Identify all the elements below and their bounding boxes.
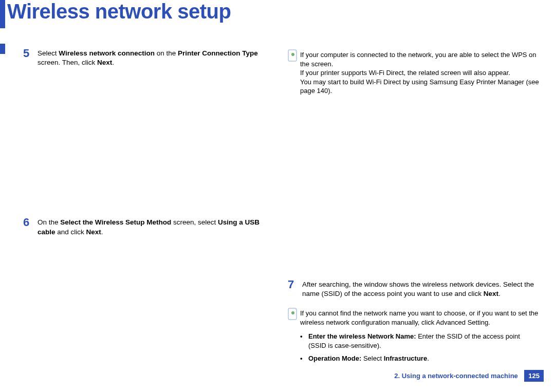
footer-page-number: 125	[524, 370, 544, 382]
bold-text: Printer Connection Type	[178, 49, 258, 57]
text: .	[488, 319, 490, 326]
note-icon	[288, 308, 300, 366]
note-line: If your computer is connected to the net…	[300, 50, 540, 68]
footer-chapter: 2. Using a network-connected machine	[394, 372, 518, 380]
step-7: 7 After searching, the window shows the …	[288, 278, 540, 298]
text: If you cannot find the network name you …	[300, 309, 538, 326]
note-text: If you cannot find the network name you …	[300, 308, 540, 366]
bold-text: Wireless network connection	[59, 49, 155, 57]
page: Wireless network setup 5 Select Wireless…	[0, 0, 555, 392]
bold-text: Operation Mode:	[308, 354, 361, 362]
note-icon	[288, 49, 300, 96]
bold-text: Advanced Setting	[436, 319, 488, 326]
text: .	[112, 59, 114, 66]
text: screen. Then, click	[38, 59, 97, 66]
bold-text: Next	[484, 290, 498, 297]
step-text: On the Select the Wireless Setup Method …	[38, 216, 270, 236]
bullet-item: • Operation Mode: Select Infrastructure.	[300, 354, 540, 363]
step-5: 5 Select Wireless network connection on …	[23, 47, 270, 67]
bold-text: Select the Wireless Setup Method	[60, 218, 171, 226]
text: on the	[155, 49, 178, 57]
step-number: 6	[23, 216, 38, 236]
bullet-mark: •	[300, 332, 308, 350]
bullet-list: • Enter the wireless Network Name: Enter…	[300, 332, 540, 363]
bullet-item: • Enter the wireless Network Name: Enter…	[300, 332, 540, 350]
svg-point-1	[291, 311, 294, 314]
bold-text: Next	[86, 228, 101, 236]
note-line: You may start to build Wi-Fi Direct by u…	[300, 78, 540, 96]
note-text: If your computer is connected to the net…	[300, 49, 540, 96]
right-column: If your computer is connected to the net…	[288, 47, 540, 371]
step-text: After searching, the window shows the wi…	[302, 278, 540, 298]
text: screen, select	[171, 218, 218, 226]
bold-text: Enter the wireless Network Name:	[308, 332, 416, 340]
step-number: 7	[288, 278, 302, 298]
step-number: 5	[23, 47, 38, 67]
step-text: Select Wireless network connection on th…	[38, 47, 270, 67]
note-1: If your computer is connected to the net…	[288, 49, 540, 96]
text: .	[498, 290, 501, 297]
title-bar: Wireless network setup	[0, 0, 555, 28]
text: .	[101, 228, 103, 236]
bold-text: Infrastructure	[384, 354, 428, 362]
text: .	[427, 354, 429, 362]
bold-text: Next	[97, 59, 112, 66]
note-2: If you cannot find the network name you …	[288, 308, 540, 366]
title-accent	[0, 0, 5, 28]
note-line: If your printer supports Wi-Fi Direct, t…	[300, 68, 540, 78]
bullet-mark: •	[300, 354, 308, 363]
text: On the	[38, 218, 60, 226]
text: and click	[55, 228, 86, 236]
step-6: 6 On the Select the Wireless Setup Metho…	[23, 216, 270, 236]
left-column: 5 Select Wireless network connection on …	[23, 47, 270, 243]
text: Select	[38, 49, 59, 57]
svg-point-0	[291, 53, 294, 56]
bullet-text: Operation Mode: Select Infrastructure.	[308, 354, 429, 363]
footer: 2. Using a network-connected machine 125	[0, 370, 555, 382]
text: Select	[361, 354, 383, 362]
bullet-text: Enter the wireless Network Name: Enter t…	[308, 332, 540, 350]
accent-stub	[0, 44, 5, 54]
page-title: Wireless network setup	[7, 0, 231, 23]
